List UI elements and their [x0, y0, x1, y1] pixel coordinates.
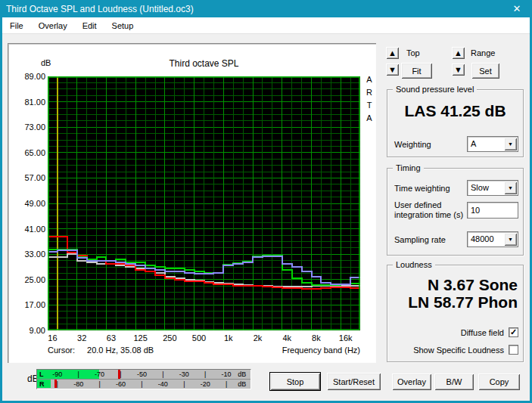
- range-down-button[interactable]: ▼: [452, 64, 465, 76]
- meter-scale-mark: |: [120, 370, 121, 378]
- channel-letter: R: [39, 380, 45, 388]
- y-axis-tick: 81.00: [14, 98, 45, 107]
- weighting-select[interactable]: A ▼: [467, 136, 518, 152]
- diffuse-field-label: Diffuse field: [461, 328, 504, 337]
- chevron-down-icon[interactable]: ▼: [504, 181, 517, 194]
- spl-group: Sound pressure level LAS 41.25 dB Weight…: [387, 89, 524, 157]
- y-axis-tick: 33.00: [14, 250, 45, 259]
- y-axis-tick: 17.00: [14, 300, 45, 309]
- y-axis-tick: 41.00: [14, 225, 45, 234]
- meter-scale-mark: -10: [222, 370, 232, 378]
- meter-unit: dB: [238, 380, 246, 388]
- range-up-button[interactable]: ▲: [452, 47, 465, 59]
- spl-value: LAS 41.25 dB: [387, 102, 523, 120]
- menu-setup[interactable]: Setup: [104, 17, 142, 33]
- time-weighting-select[interactable]: Slow ▼: [467, 180, 518, 196]
- app-window: Third Octave SPL and Loudness (Untitled.…: [0, 0, 532, 403]
- x-axis-tick: 16: [48, 333, 57, 343]
- y-axis-tick: 25.00: [14, 275, 45, 284]
- plot-canvas: [48, 76, 360, 330]
- diffuse-field-row: Diffuse field ✓: [461, 327, 518, 337]
- watermark-letter: A: [364, 73, 375, 86]
- stop-button[interactable]: Stop: [269, 372, 321, 391]
- x-axis-tick: 500: [192, 333, 206, 343]
- cursor-label: Cursor:: [48, 346, 75, 355]
- x-axis-tick: 1k: [224, 333, 233, 343]
- window-title: Third Octave SPL and Loudness (Untitled.…: [6, 4, 194, 14]
- x-axis-tick: 63: [107, 333, 116, 343]
- up-arrow-icon: ▲: [454, 48, 462, 57]
- sampling-rate-value: 48000: [471, 234, 494, 243]
- meter-scale-mark: |: [78, 370, 79, 378]
- time-weighting-value: Slow: [471, 183, 489, 192]
- chevron-down-icon[interactable]: ▼: [504, 233, 517, 246]
- loudness-group: Loudness N 3.67 Sone LN 58.77 Phon Diffu…: [387, 265, 524, 362]
- spl-plot[interactable]: [48, 76, 360, 330]
- watermark-letter: R: [364, 86, 375, 99]
- top-up-button[interactable]: ▲: [386, 47, 399, 59]
- x-axis-tick: 2k: [254, 333, 263, 343]
- top-label: Top: [406, 48, 420, 57]
- start-reset-button[interactable]: Start/Reset: [327, 373, 381, 390]
- watermark-letter: T: [364, 99, 375, 112]
- specific-loudness-checkbox[interactable]: [509, 345, 518, 355]
- client-area: dB Third octave SPL 89.0081.0073.0065.00…: [2, 34, 530, 401]
- spl-group-title: Sound pressure level: [393, 85, 477, 94]
- meter-scale-mark: |: [57, 380, 58, 388]
- copy-button[interactable]: Copy: [478, 374, 520, 390]
- menu-bar: File Overlay Edit Setup: [2, 17, 530, 34]
- meter-scale-mark: -20: [201, 380, 210, 388]
- bw-button[interactable]: B/W: [434, 374, 474, 390]
- meter-scale-mark: -60: [116, 380, 126, 388]
- y-axis-tick: 65.00: [14, 148, 45, 157]
- y-axis-tick: 89.00: [14, 72, 45, 81]
- meter-row-right: R |-80|-60|-40|-20|dB: [37, 379, 250, 388]
- meter-scale-mark: -70: [95, 370, 104, 378]
- chevron-down-icon[interactable]: ▼: [504, 138, 517, 150]
- menu-file[interactable]: File: [2, 17, 31, 33]
- meter-scale-mark: |: [162, 370, 163, 378]
- meter-scale-mark: -80: [73, 380, 83, 388]
- sampling-rate-select[interactable]: 48000 ▼: [467, 231, 518, 247]
- meter-scale-mark: -40: [158, 380, 168, 388]
- close-icon[interactable]: ✕: [509, 2, 524, 16]
- top-down-button[interactable]: ▼: [386, 64, 399, 76]
- integration-label-line1: User defined: [394, 200, 441, 209]
- diffuse-field-checkbox[interactable]: ✓: [509, 327, 518, 337]
- x-axis-title: Frequency band (Hz): [282, 346, 360, 355]
- time-weighting-label: Time weighting: [394, 184, 450, 193]
- weighting-value: A: [471, 139, 476, 148]
- menu-edit[interactable]: Edit: [75, 17, 104, 33]
- loudness-sone-value: N 3.67 Sone: [428, 276, 518, 294]
- watermark-letter: A: [364, 112, 375, 125]
- weighting-label: Weighting: [394, 140, 431, 149]
- y-axis-labels: 89.0081.0073.0065.0057.0049.0041.0033.00…: [12, 43, 45, 363]
- title-bar[interactable]: Third Octave SPL and Loudness (Untitled.…: [0, 0, 532, 17]
- cursor-value: 20.0 Hz, 35.08 dB: [87, 346, 154, 355]
- integration-label-line2: integration time (s): [394, 210, 463, 219]
- loudness-phon-value: LN 58.77 Phon: [408, 293, 518, 312]
- menu-overlay[interactable]: Overlay: [31, 17, 75, 33]
- sampling-rate-label: Sampling rate: [394, 235, 446, 244]
- down-arrow-icon: ▼: [454, 65, 462, 74]
- meter-scale-mark: |: [183, 380, 185, 388]
- x-axis-tick: 32: [77, 333, 86, 343]
- overlay-button[interactable]: Overlay: [392, 374, 431, 390]
- range-label: Range: [471, 48, 495, 57]
- set-button[interactable]: Set: [471, 63, 499, 79]
- loudness-group-title: Loudness: [393, 260, 435, 269]
- meter-scale-mark: -30: [179, 370, 189, 378]
- y-axis-tick: 57.00: [14, 173, 45, 182]
- meter-row-left: L -90|-70|-50|-30|-10dB: [37, 370, 250, 379]
- fit-button[interactable]: Fit: [401, 63, 432, 79]
- specific-loudness-row: Show Specific Loudness: [413, 345, 518, 355]
- cursor-readout: Cursor:20.0 Hz, 35.08 dB Frequency band …: [48, 346, 360, 355]
- timing-group-title: Timing: [393, 163, 424, 172]
- x-axis-tick: 16k: [339, 333, 353, 343]
- channel-letter: L: [39, 370, 44, 378]
- y-axis-tick: 73.00: [14, 122, 45, 132]
- meter-scale-mark: |: [226, 380, 227, 388]
- y-axis-tick: 49.00: [14, 199, 45, 208]
- integration-time-input[interactable]: [467, 202, 518, 219]
- arta-watermark: ARTA: [364, 73, 375, 125]
